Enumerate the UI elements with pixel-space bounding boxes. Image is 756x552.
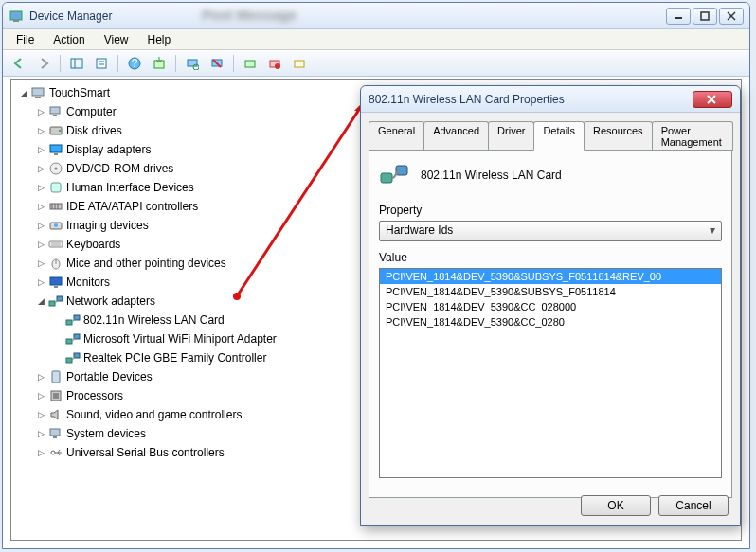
property-dropdown-value: Hardware Ids (386, 223, 453, 237)
computer-icon (31, 85, 46, 100)
svg-rect-22 (32, 88, 44, 96)
forward-button[interactable] (33, 53, 54, 74)
device-icon (48, 407, 63, 422)
device-icon (65, 312, 81, 328)
back-button[interactable] (9, 53, 29, 74)
add-legacy-button[interactable] (289, 53, 310, 74)
svg-rect-23 (35, 97, 41, 98)
tree-node-label: Processors (66, 387, 123, 404)
device-icon (48, 218, 63, 233)
expand-icon[interactable] (53, 353, 63, 363)
tree-node-label: Mice and other pointing devices (66, 255, 226, 272)
device-name-label: 802.11n Wireless LAN Card (421, 169, 562, 182)
svg-rect-29 (54, 153, 58, 155)
tab-driver[interactable]: Driver (488, 121, 534, 151)
tab-general[interactable]: General (369, 121, 424, 151)
collapse-icon[interactable]: ◢ (36, 296, 45, 306)
value-listbox[interactable]: PCI\VEN_1814&DEV_5390&SUBSYS_F0511814&RE… (379, 268, 722, 478)
svg-rect-50 (66, 339, 72, 344)
tab-advanced[interactable]: Advanced (423, 121, 489, 151)
tree-node-label: Realtek PCIe GBE Family Controller (83, 349, 266, 366)
device-icon (48, 237, 63, 252)
ok-button[interactable]: OK (581, 495, 651, 516)
expand-icon[interactable]: ▷ (36, 202, 45, 211)
tree-node-label: Universal Serial Bus controllers (66, 444, 225, 461)
properties-button[interactable] (91, 53, 112, 74)
svg-rect-3 (701, 12, 709, 20)
value-list-item[interactable]: PCI\VEN_1814&DEV_5390&SUBSYS_F0511814 (380, 284, 721, 299)
close-button[interactable] (719, 8, 744, 25)
svg-rect-18 (245, 61, 255, 67)
expand-icon[interactable]: ▷ (36, 126, 45, 135)
expand-icon[interactable]: ▷ (36, 240, 45, 249)
obscured-text: Post Message (202, 7, 297, 23)
device-icon (48, 294, 63, 309)
device-icon (48, 180, 63, 195)
expand-icon[interactable]: ▷ (36, 372, 45, 382)
svg-rect-46 (49, 301, 55, 306)
expand-icon[interactable]: ▷ (36, 391, 45, 401)
expand-icon[interactable]: ▷ (36, 277, 45, 287)
expand-icon[interactable]: ▷ (36, 183, 45, 192)
scan-hardware-button[interactable] (182, 53, 203, 74)
titlebar: Device Manager Post Message (3, 3, 749, 29)
tree-node-label: Microsoft Virtual WiFi Miniport Adapter (83, 330, 277, 347)
expand-icon[interactable]: ▷ (36, 164, 45, 173)
dialog-close-button[interactable] (693, 91, 732, 108)
value-label: Value (379, 251, 722, 264)
svg-rect-44 (50, 277, 62, 285)
device-icon (48, 199, 63, 214)
maximize-button[interactable] (693, 8, 717, 25)
menu-view[interactable]: View (97, 31, 136, 48)
svg-point-20 (275, 63, 280, 69)
toolbar: ? (3, 50, 749, 77)
expand-icon[interactable]: ▷ (36, 410, 45, 419)
menu-help[interactable]: Help (140, 31, 179, 48)
svg-rect-45 (54, 286, 58, 288)
properties-dialog: 802.11n Wireless LAN Card Properties Gen… (360, 85, 741, 526)
expand-icon[interactable] (53, 334, 63, 344)
expand-icon[interactable]: ▷ (36, 429, 45, 438)
svg-point-31 (55, 168, 58, 170)
value-list-item[interactable]: PCI\VEN_1814&DEV_5390&CC_028000 (380, 299, 721, 314)
tab-details[interactable]: Details (533, 121, 585, 151)
expand-icon[interactable]: ▷ (36, 107, 45, 116)
device-icon (65, 350, 81, 365)
device-icon (48, 256, 63, 271)
app-icon (9, 9, 24, 24)
show-hide-tree-button[interactable] (66, 53, 87, 74)
expand-icon[interactable]: ▷ (36, 221, 45, 230)
uninstall-button[interactable] (207, 53, 227, 74)
cancel-button[interactable]: Cancel (658, 495, 729, 516)
svg-rect-48 (66, 320, 72, 325)
expand-icon[interactable]: ▷ (36, 448, 45, 457)
collapse-icon[interactable]: ◢ (19, 88, 28, 98)
svg-rect-68 (381, 173, 392, 183)
expand-icon[interactable] (53, 315, 63, 325)
tab-resources[interactable]: Resources (584, 121, 653, 151)
expand-icon[interactable]: ▷ (36, 258, 45, 268)
svg-rect-24 (50, 107, 60, 114)
minimize-button[interactable] (666, 8, 691, 25)
menu-action[interactable]: Action (45, 31, 92, 48)
tree-node-label: 802.11n Wireless LAN Card (83, 312, 225, 329)
tab-power-management[interactable]: Power Management (652, 121, 733, 151)
expand-icon[interactable]: ▷ (36, 145, 45, 154)
tree-node-label: System devices (66, 425, 146, 442)
enable-button[interactable] (240, 53, 261, 74)
svg-rect-6 (71, 59, 82, 68)
menu-file[interactable]: File (9, 31, 42, 48)
device-icon (48, 445, 63, 460)
svg-rect-32 (51, 183, 61, 192)
value-list-item[interactable]: PCI\VEN_1814&DEV_5390&CC_0280 (380, 314, 721, 329)
update-driver-button[interactable] (149, 53, 170, 74)
value-list-item[interactable]: PCI\VEN_1814&DEV_5390&SUBSYS_F0511814&RE… (380, 269, 721, 284)
help-button[interactable]: ? (124, 53, 145, 74)
disable-button[interactable] (264, 53, 285, 74)
svg-rect-52 (66, 358, 72, 363)
property-dropdown[interactable]: Hardware Ids (379, 221, 722, 241)
tree-node-label: Disk drives (66, 122, 122, 139)
tree-node-label: Imaging devices (66, 217, 149, 234)
svg-rect-28 (50, 145, 62, 152)
device-icon (65, 331, 81, 347)
